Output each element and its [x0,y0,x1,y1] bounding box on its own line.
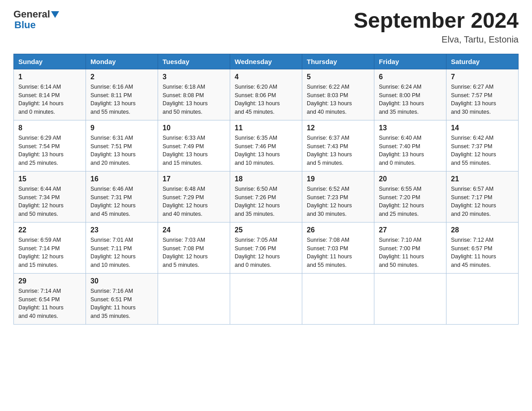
day-detail: Sunrise: 6:18 AMSunset: 8:08 PMDaylight:… [163,83,225,116]
calendar-cell: 12Sunrise: 6:37 AMSunset: 7:43 PMDayligh… [302,120,374,171]
day-detail: Sunrise: 6:37 AMSunset: 7:43 PMDaylight:… [307,134,369,167]
day-detail: Sunrise: 6:16 AMSunset: 8:11 PMDaylight:… [90,83,153,116]
calendar-cell: 3Sunrise: 6:18 AMSunset: 8:08 PMDaylight… [158,69,230,120]
day-detail: Sunrise: 7:08 AMSunset: 7:03 PMDaylight:… [307,236,369,270]
day-number: 14 [451,124,514,132]
calendar-cell: 13Sunrise: 6:40 AMSunset: 7:40 PMDayligh… [374,120,446,171]
day-detail: Sunrise: 6:31 AMSunset: 7:51 PMDaylight:… [90,134,153,167]
day-detail: Sunrise: 7:10 AMSunset: 7:00 PMDaylight:… [379,236,442,270]
day-number: 8 [18,124,81,132]
calendar-cell: 26Sunrise: 7:08 AMSunset: 7:03 PMDayligh… [302,222,374,273]
weekday-header-row: SundayMondayTuesdayWednesdayThursdayFrid… [14,54,519,69]
calendar-week-row: 22Sunrise: 6:59 AMSunset: 7:14 PMDayligh… [14,222,519,273]
calendar-cell: 1Sunrise: 6:14 AMSunset: 8:14 PMDaylight… [14,69,86,120]
day-detail: Sunrise: 7:14 AMSunset: 6:54 PMDaylight:… [18,287,81,321]
calendar-cell [230,273,302,324]
calendar-cell: 17Sunrise: 6:48 AMSunset: 7:29 PMDayligh… [158,171,230,222]
calendar-week-row: 8Sunrise: 6:29 AMSunset: 7:54 PMDaylight… [14,120,519,171]
day-number: 9 [90,124,153,132]
day-number: 11 [235,124,297,132]
day-number: 13 [379,124,442,132]
day-detail: Sunrise: 6:44 AMSunset: 7:34 PMDaylight:… [18,185,81,218]
calendar-header-right: September 2024 Elva, Tartu, Estonia [354,9,519,45]
day-number: 20 [379,175,442,183]
weekday-header-thursday: Thursday [302,54,374,69]
calendar-cell [158,273,230,324]
calendar-cell: 29Sunrise: 7:14 AMSunset: 6:54 PMDayligh… [14,273,86,324]
day-detail: Sunrise: 7:01 AMSunset: 7:11 PMDaylight:… [90,236,153,270]
day-detail: Sunrise: 6:59 AMSunset: 7:14 PMDaylight:… [18,236,81,270]
day-detail: Sunrise: 6:22 AMSunset: 8:03 PMDaylight:… [307,83,369,116]
day-detail: Sunrise: 6:29 AMSunset: 7:54 PMDaylight:… [18,134,81,167]
calendar-cell: 11Sunrise: 6:35 AMSunset: 7:46 PMDayligh… [230,120,302,171]
day-detail: Sunrise: 7:12 AMSunset: 6:57 PMDaylight:… [451,236,514,270]
day-detail: Sunrise: 6:35 AMSunset: 7:46 PMDaylight:… [235,134,297,167]
calendar-cell: 15Sunrise: 6:44 AMSunset: 7:34 PMDayligh… [14,171,86,222]
calendar-cell: 14Sunrise: 6:42 AMSunset: 7:37 PMDayligh… [446,120,519,171]
day-number: 6 [379,73,442,81]
day-number: 21 [451,175,514,183]
calendar-week-row: 1Sunrise: 6:14 AMSunset: 8:14 PMDaylight… [14,69,519,120]
calendar-cell: 16Sunrise: 6:46 AMSunset: 7:31 PMDayligh… [86,171,158,222]
calendar-cell: 23Sunrise: 7:01 AMSunset: 7:11 PMDayligh… [86,222,158,273]
day-number: 28 [451,226,514,234]
calendar-week-row: 29Sunrise: 7:14 AMSunset: 6:54 PMDayligh… [14,273,519,324]
day-detail: Sunrise: 7:05 AMSunset: 7:06 PMDaylight:… [235,236,297,270]
weekday-header-monday: Monday [86,54,158,69]
day-number: 4 [235,73,297,81]
day-detail: Sunrise: 6:46 AMSunset: 7:31 PMDaylight:… [90,185,153,218]
day-detail: Sunrise: 6:50 AMSunset: 7:26 PMDaylight:… [235,185,297,218]
weekday-header-tuesday: Tuesday [158,54,230,69]
day-detail: Sunrise: 6:55 AMSunset: 7:20 PMDaylight:… [379,185,442,218]
calendar-cell: 21Sunrise: 6:57 AMSunset: 7:17 PMDayligh… [446,171,519,222]
calendar-week-row: 15Sunrise: 6:44 AMSunset: 7:34 PMDayligh… [14,171,519,222]
calendar-cell: 30Sunrise: 7:16 AMSunset: 6:51 PMDayligh… [86,273,158,324]
calendar-cell: 20Sunrise: 6:55 AMSunset: 7:20 PMDayligh… [374,171,446,222]
calendar-cell: 25Sunrise: 7:05 AMSunset: 7:06 PMDayligh… [230,222,302,273]
day-number: 2 [90,73,153,81]
calendar-cell [302,273,374,324]
day-number: 3 [163,73,225,81]
calendar-cell: 2Sunrise: 6:16 AMSunset: 8:11 PMDaylight… [86,69,158,120]
day-number: 23 [90,226,153,234]
day-number: 25 [235,226,297,234]
logo-general-text: General [13,9,50,20]
day-detail: Sunrise: 6:42 AMSunset: 7:37 PMDaylight:… [451,134,514,167]
day-number: 16 [90,175,153,183]
day-detail: Sunrise: 7:03 AMSunset: 7:08 PMDaylight:… [163,236,225,270]
calendar-cell: 19Sunrise: 6:52 AMSunset: 7:23 PMDayligh… [302,171,374,222]
logo-arrow-icon [51,9,61,19]
calendar-table: SundayMondayTuesdayWednesdayThursdayFrid… [13,54,519,325]
day-detail: Sunrise: 6:52 AMSunset: 7:23 PMDaylight:… [307,185,369,218]
day-number: 18 [235,175,297,183]
weekday-header-friday: Friday [374,54,446,69]
logo-blue-text: Blue [13,20,61,30]
day-number: 30 [90,277,153,285]
calendar-cell: 10Sunrise: 6:33 AMSunset: 7:49 PMDayligh… [158,120,230,171]
day-number: 27 [379,226,442,234]
day-detail: Sunrise: 6:40 AMSunset: 7:40 PMDaylight:… [379,134,442,167]
day-number: 17 [163,175,225,183]
weekday-header-wednesday: Wednesday [230,54,302,69]
day-number: 5 [307,73,369,81]
day-number: 24 [163,226,225,234]
day-detail: Sunrise: 6:33 AMSunset: 7:49 PMDaylight:… [163,134,225,167]
day-detail: Sunrise: 6:57 AMSunset: 7:17 PMDaylight:… [451,185,514,218]
page-header: General Blue September 2024 Elva, Tartu,… [13,9,519,45]
calendar-cell: 24Sunrise: 7:03 AMSunset: 7:08 PMDayligh… [158,222,230,273]
calendar-cell: 22Sunrise: 6:59 AMSunset: 7:14 PMDayligh… [14,222,86,273]
day-number: 12 [307,124,369,132]
weekday-header-sunday: Sunday [14,54,86,69]
day-number: 1 [18,73,81,81]
calendar-cell: 6Sunrise: 6:24 AMSunset: 8:00 PMDaylight… [374,69,446,120]
calendar-cell: 4Sunrise: 6:20 AMSunset: 8:06 PMDaylight… [230,69,302,120]
day-number: 26 [307,226,369,234]
calendar-subtitle: Elva, Tartu, Estonia [354,34,519,45]
day-detail: Sunrise: 6:20 AMSunset: 8:06 PMDaylight:… [235,83,297,116]
day-detail: Sunrise: 6:27 AMSunset: 7:57 PMDaylight:… [451,83,514,116]
calendar-cell: 7Sunrise: 6:27 AMSunset: 7:57 PMDaylight… [446,69,519,120]
day-number: 19 [307,175,369,183]
day-number: 15 [18,175,81,183]
calendar-cell: 8Sunrise: 6:29 AMSunset: 7:54 PMDaylight… [14,120,86,171]
weekday-header-saturday: Saturday [446,54,519,69]
